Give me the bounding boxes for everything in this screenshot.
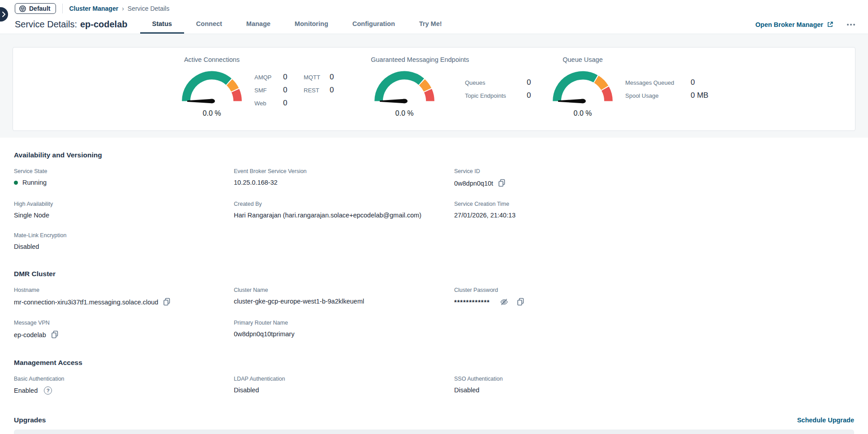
- breadcrumb-separator: ›: [122, 5, 124, 12]
- field-mate-link-encryption: Mate-Link Encryption Disabled: [14, 232, 234, 250]
- section-heading: DMR Cluster: [14, 270, 854, 278]
- external-link-icon: [827, 21, 834, 28]
- field-cluster-name: Cluster Name cluster-gke-gcp-europe-west…: [234, 287, 454, 306]
- more-options-button[interactable]: [845, 22, 857, 27]
- gauge-percent: 0.0 %: [371, 109, 438, 117]
- connection-stats: AMQP 0 MQTT 0 SMF 0 REST 0 Web 0: [254, 55, 343, 117]
- copy-icon: [163, 298, 171, 306]
- upgrades-section: Upgrades Schedule Upgrade: [14, 416, 854, 424]
- field-message-vpn: Message VPN ep-codelab: [14, 320, 234, 339]
- copy-password-button[interactable]: [516, 298, 525, 306]
- breadcrumb-current: Service Details: [128, 5, 169, 12]
- field-service-state: Service State Running: [14, 168, 234, 187]
- divider: [62, 4, 63, 13]
- tab-manage[interactable]: Manage: [234, 15, 283, 34]
- tab-bar: Status Connect Manage Monitoring Configu…: [140, 15, 454, 34]
- service-state-value: Running: [22, 179, 47, 186]
- field-created-by: Created By Hari Rangarajan (hari.rangara…: [234, 201, 454, 219]
- open-broker-manager-label: Open Broker Manager: [756, 21, 824, 28]
- field-basic-authentication: Basic Authentication Enabled ?: [14, 376, 234, 395]
- tab-status[interactable]: Status: [140, 15, 184, 34]
- status-strip: Active Connections 0.0 % AMQP 0 MQTT 0: [0, 34, 868, 138]
- field-creation-time: Service Creation Time 27/01/2026, 21:40:…: [454, 201, 854, 219]
- environment-icon: [19, 5, 26, 12]
- masked-password: ************: [454, 299, 490, 306]
- details-content: Availability and Versioning Service Stat…: [0, 151, 868, 434]
- dmr-cluster-section: DMR Cluster Hostname mr-connection-xiru3…: [14, 270, 854, 339]
- gauge-title: Queue Usage: [549, 55, 616, 65]
- gauge-title: Guaranteed Messaging Endpoints: [371, 55, 438, 65]
- tab-configuration[interactable]: Configuration: [340, 15, 407, 34]
- environment-badge-label: Default: [29, 5, 50, 12]
- field-sso-authentication: SSO Authentication Disabled: [454, 376, 854, 395]
- section-heading: Upgrades: [14, 416, 46, 424]
- schedule-upgrade-link[interactable]: Schedule Upgrade: [797, 417, 854, 424]
- chevron-right-icon: [1, 12, 7, 17]
- running-status-dot: [14, 181, 18, 185]
- page-title-prefix: Service Details:: [15, 19, 77, 30]
- field-ldap-authentication: LDAP Authentication Disabled: [234, 376, 454, 395]
- breadcrumb-cluster-manager-link[interactable]: Cluster Manager: [69, 5, 118, 12]
- gauge-dial: [549, 66, 616, 107]
- copy-service-id-button[interactable]: [498, 179, 506, 187]
- page-title: Service Details: ep-codelab: [15, 15, 128, 34]
- open-broker-manager-link[interactable]: Open Broker Manager: [756, 21, 834, 28]
- active-connections-gauge: Active Connections 0.0 % AMQP 0 MQTT 0: [178, 55, 343, 117]
- copy-icon: [51, 330, 59, 339]
- tab-connect[interactable]: Connect: [184, 15, 234, 34]
- ellipsis-icon: [847, 24, 849, 26]
- gauge-percent: 0.0 %: [178, 109, 245, 117]
- field-hostname: Hostname mr-connection-xiru3i37tf1.messa…: [14, 287, 234, 306]
- eye-off-icon: [500, 298, 508, 306]
- field-broker-version: Event Broker Service Version 10.25.0.168…: [234, 168, 454, 187]
- field-service-id: Service ID 0w8dpn0q10t: [454, 168, 854, 187]
- gauge-title: Active Connections: [178, 55, 245, 65]
- queue-usage-stats: Messages Queued 0 Spool Usage 0 MB: [625, 55, 722, 117]
- service-name: ep-codelab: [80, 19, 128, 30]
- section-heading: Availability and Versioning: [14, 151, 854, 159]
- copy-icon: [498, 179, 506, 187]
- upgrades-table-header: [14, 430, 854, 434]
- tab-monitoring[interactable]: Monitoring: [283, 15, 340, 34]
- field-primary-router: Primary Router Name 0w8dpn0q10tprimary: [234, 320, 454, 339]
- gauge-dial: [371, 66, 438, 107]
- service-details-page: Default Cluster Manager › Service Detail…: [0, 0, 868, 434]
- environment-badge[interactable]: Default: [15, 3, 56, 14]
- field-cluster-password: Cluster Password ************: [454, 287, 854, 306]
- copy-hostname-button[interactable]: [163, 298, 171, 306]
- field-high-availability: High Availability Single Node: [14, 201, 234, 219]
- copy-message-vpn-button[interactable]: [51, 330, 59, 339]
- help-icon[interactable]: ?: [44, 386, 52, 395]
- copy-icon: [516, 298, 525, 306]
- endpoint-stats: Queues 0 Topic Endpoints 0: [465, 55, 545, 117]
- management-access-section: Management Access Basic Authentication E…: [14, 359, 854, 395]
- service-status-card: Active Connections 0.0 % AMQP 0 MQTT 0: [13, 47, 855, 131]
- guaranteed-messaging-gauge: Guaranteed Messaging Endpoints 0.0 % Que…: [371, 55, 545, 117]
- gauge-dial: [178, 66, 245, 107]
- toggle-password-visibility-button[interactable]: [500, 298, 508, 306]
- availability-section: Availability and Versioning Service Stat…: [14, 151, 854, 250]
- queue-usage-gauge: Queue Usage 0.0 % Messages Queued 0 Spoo…: [549, 55, 722, 117]
- section-heading: Management Access: [14, 359, 854, 367]
- tab-try-me[interactable]: Try Me!: [407, 15, 454, 34]
- gauge-percent: 0.0 %: [549, 109, 616, 117]
- topbar: Default Cluster Manager › Service Detail…: [0, 0, 868, 34]
- breadcrumb: Cluster Manager › Service Details: [69, 5, 169, 12]
